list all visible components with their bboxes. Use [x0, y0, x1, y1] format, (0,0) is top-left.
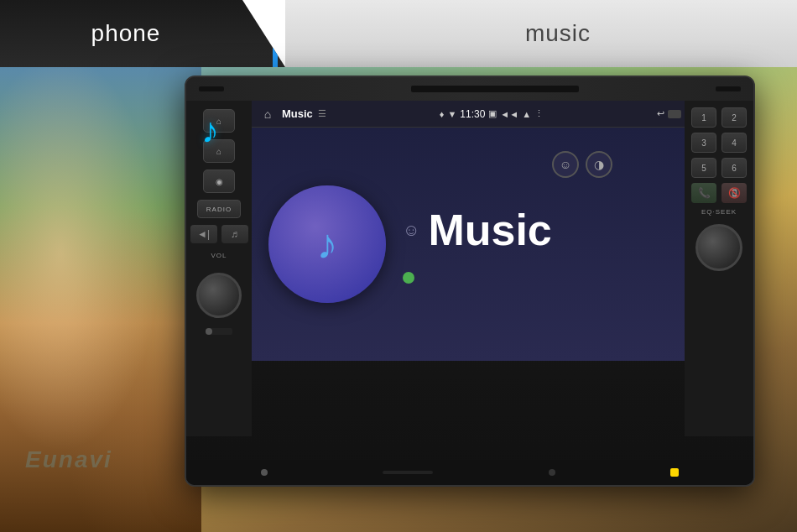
statusbar-left: ⌂ Music ☰	[258, 105, 326, 123]
battery-bar	[668, 110, 681, 118]
unit-decoration-right	[716, 86, 741, 91]
music-person-icon: ☺	[403, 221, 419, 240]
top-navigation: phone music	[0, 0, 797, 67]
android-statusbar: ⌂ Music ☰ ♦ ▼ 11:30 ▣ ◄◄ ▲ ⋮ ↩	[252, 101, 688, 128]
statusbar-time: 11:30	[460, 108, 485, 120]
nav-indicator	[206, 328, 212, 335]
android-screen: ⌂ Music ☰ ♦ ▼ 11:30 ▣ ◄◄ ▲ ⋮ ↩ ☺ ◑	[252, 101, 688, 361]
unit-top-strip	[186, 77, 753, 101]
statusbar-center-icons: ♦ ▼ 11:30 ▣ ◄◄ ▲ ⋮	[440, 108, 544, 120]
settings-icon: ⋮	[534, 108, 544, 119]
music-info: ☺ Music	[403, 205, 671, 284]
skip-buttons: ◄| ♬	[190, 225, 248, 243]
bottom-center-bar	[383, 471, 433, 474]
music-title: Music	[428, 205, 551, 255]
unit-bottom-strip	[186, 460, 753, 485]
battery-icon: ▣	[488, 108, 497, 119]
num-btn-4[interactable]: 4	[721, 133, 747, 153]
music-title-row: ☺ Music	[403, 205, 671, 255]
num-btn-6[interactable]: 6	[721, 158, 747, 178]
car-unit: ♪ ⌂ ⌂ ◉ RADIO ◄| ♬ VOL ⌂ Music ☰ ♦	[185, 76, 755, 487]
call-button[interactable]: 📞	[691, 183, 716, 203]
num-btn-2[interactable]: 2	[721, 107, 747, 128]
nav-button[interactable]: ◉	[203, 170, 235, 193]
unit-decoration	[199, 86, 224, 91]
volume-knob[interactable]	[196, 273, 242, 318]
statusbar-right: ↩	[657, 108, 681, 119]
vol-label: VOL	[211, 252, 227, 259]
music-tab-label: music	[525, 20, 591, 47]
phone-tab[interactable]: phone	[0, 0, 285, 67]
radio-button[interactable]: RADIO	[197, 200, 241, 218]
location-icon: ♦	[440, 109, 445, 119]
num-btn-1[interactable]: 1	[691, 107, 716, 128]
num-row-56: 5 6	[691, 158, 747, 178]
num-row-12: 1 2	[691, 107, 747, 128]
bluetooth-icon: ▼	[447, 109, 456, 119]
bottom-nav-dot	[206, 328, 232, 335]
back-icon: ↩	[657, 108, 664, 119]
music-tab[interactable]: music	[285, 0, 797, 67]
music-note-icon: ♪	[201, 111, 219, 151]
eject-icon: ▲	[522, 109, 531, 119]
call-buttons-row: 📞 📵	[691, 183, 747, 203]
bottom-indicator-2	[549, 469, 555, 476]
left-control-panel: ⌂ ⌂ ◉ RADIO ◄| ♬ VOL	[186, 101, 252, 436]
statusbar-home-icon[interactable]: ⌂	[258, 105, 277, 123]
audio-button[interactable]: ♬	[221, 225, 248, 243]
prev-media-icon: ◄◄	[500, 109, 518, 119]
phone-tab-label: phone	[91, 20, 161, 47]
num-btn-5[interactable]: 5	[691, 158, 716, 178]
user-icon-1[interactable]: ☺	[552, 151, 579, 178]
num-btn-3[interactable]: 3	[691, 133, 716, 153]
screen-user-icons: ☺ ◑	[552, 151, 612, 178]
right-control-panel: 1 2 3 4 5 6 📞 📵 EQ·SEEK	[685, 101, 753, 436]
watermark-1: Eunavi	[25, 446, 112, 473]
music-screen-content: ♪ ☺ Music	[252, 128, 688, 361]
user-icon-2[interactable]: ◑	[586, 151, 612, 178]
statusbar-separator: ☰	[318, 108, 326, 119]
eq-seek-knob[interactable]	[695, 224, 742, 271]
bottom-indicator-1	[261, 469, 268, 476]
end-call-button[interactable]: 📵	[721, 183, 747, 203]
statusbar-app-name: Music	[282, 107, 313, 120]
album-music-icon: ♪	[317, 220, 338, 269]
bottom-yellow-btn	[670, 468, 679, 477]
cd-slot	[411, 86, 579, 92]
num-row-34: 3 4	[691, 133, 747, 153]
eq-seek-label: EQ·SEEK	[701, 208, 737, 216]
music-playing-indicator	[403, 272, 414, 284]
music-album-art: ♪	[268, 185, 386, 303]
prev-skip-button[interactable]: ◄|	[190, 225, 217, 243]
